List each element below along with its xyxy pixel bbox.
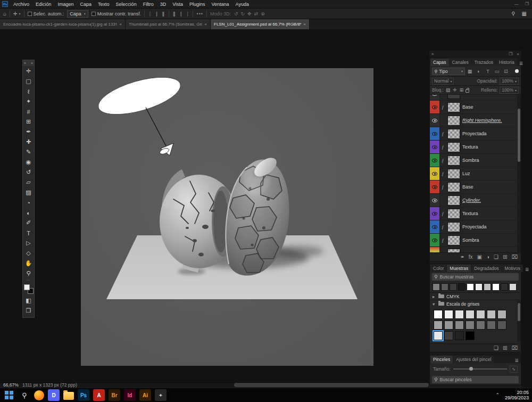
swatch[interactable] bbox=[509, 283, 517, 291]
layer-thumbnail[interactable] bbox=[447, 209, 460, 219]
document-tab[interactable]: Thumbnail.psd al 66,7% (Sombras, Gris/8)… bbox=[126, 19, 211, 29]
filter-type-dropdown[interactable]: ⚲ Tipo ▾ bbox=[432, 68, 465, 75]
tool-button[interactable]: # bbox=[23, 106, 34, 117]
layer-visibility-toggle[interactable] bbox=[430, 95, 440, 100]
swatch[interactable] bbox=[476, 321, 485, 330]
filter-kind-icon[interactable]: ⊡ bbox=[503, 69, 509, 74]
size-slider[interactable] bbox=[453, 368, 507, 370]
swatch[interactable] bbox=[444, 310, 453, 319]
stroke-preview-icon[interactable]: ∿ bbox=[510, 366, 518, 373]
document-tab[interactable]: Encuadre-luca-pisanu-ck1-garden-luca-pis… bbox=[0, 19, 126, 29]
dock-close-icon[interactable]: × bbox=[517, 52, 519, 56]
filter-toggle-icon[interactable] bbox=[515, 69, 519, 73]
tool-button[interactable]: ⚲ bbox=[23, 268, 34, 278]
tool-button[interactable]: ✛ bbox=[23, 66, 34, 76]
layer-name[interactable]: Base bbox=[462, 104, 473, 110]
chevron-icon[interactable]: ▾ bbox=[433, 301, 436, 307]
align-icon[interactable]: ❙ bbox=[155, 11, 159, 17]
layer-name[interactable]: Luz bbox=[462, 171, 470, 176]
panel-tab[interactable]: Motivos bbox=[502, 265, 523, 272]
mode-3d-icon[interactable]: ✥ bbox=[247, 11, 252, 17]
layer-visibility-toggle[interactable] bbox=[430, 247, 440, 252]
layer-row[interactable]: Right Hemisphere. bbox=[430, 114, 521, 127]
layer-thumbnail[interactable] bbox=[447, 249, 460, 253]
layer-thumbnail[interactable] bbox=[447, 129, 460, 139]
panel-action-icon[interactable]: ⌧ bbox=[511, 254, 518, 260]
dock-restore-icon[interactable]: ❐ bbox=[509, 52, 512, 56]
mode-3d-icon[interactable]: ↺ bbox=[234, 11, 238, 17]
tool-button[interactable]: ⊞ bbox=[23, 117, 34, 127]
menu-item[interactable]: Imagen bbox=[55, 2, 77, 7]
layer-visibility-toggle[interactable] bbox=[430, 127, 440, 140]
panel-action-icon[interactable]: ❏ bbox=[494, 254, 498, 260]
tool-button[interactable]: ℓ bbox=[23, 86, 34, 96]
panel-action-icon[interactable]: ◑ bbox=[486, 254, 489, 260]
swatch[interactable] bbox=[466, 310, 475, 319]
panel-action-icon[interactable]: ⊞ bbox=[503, 254, 507, 260]
layer-visibility-toggle[interactable] bbox=[430, 194, 440, 207]
expand-tools-icon[interactable]: » bbox=[24, 61, 26, 65]
tool-button[interactable]: ✦ bbox=[23, 96, 34, 106]
menu-item[interactable]: Ayuda bbox=[232, 2, 252, 7]
chevron-icon[interactable]: ▸ bbox=[433, 294, 436, 299]
filter-kind-icon[interactable]: T bbox=[485, 69, 491, 74]
current-tool-icon[interactable]: ✛▾ bbox=[13, 11, 21, 17]
swatch[interactable] bbox=[434, 310, 443, 319]
layers-scrollbar[interactable] bbox=[517, 95, 521, 252]
fill-value[interactable]: 100%▾ bbox=[500, 87, 519, 94]
brush-search[interactable]: ⚲ bbox=[432, 376, 519, 383]
tab-close-icon[interactable]: × bbox=[303, 22, 306, 27]
taskbar-icon[interactable]: Ai bbox=[139, 389, 151, 401]
tool-button[interactable]: ↺ bbox=[23, 167, 34, 177]
swatch[interactable] bbox=[497, 310, 506, 319]
close-tools-icon[interactable]: × bbox=[31, 61, 33, 65]
align-icon[interactable]: ❚ bbox=[161, 11, 165, 17]
tool-button[interactable]: ✋ bbox=[23, 258, 34, 268]
tool-button[interactable]: ▷ bbox=[23, 238, 34, 248]
tray-chevron-icon[interactable]: ⌃ bbox=[495, 392, 500, 398]
tab-close-icon[interactable]: × bbox=[119, 22, 122, 27]
horizontal-scrollbar[interactable] bbox=[234, 383, 429, 387]
taskbar-icon[interactable]: Id bbox=[124, 389, 136, 401]
layer-thumbnail[interactable] bbox=[447, 116, 460, 126]
document-tab[interactable]: FLSN_L01_Assignment.psd al 66,7% (RGB/8*… bbox=[211, 19, 310, 29]
layer-visibility-toggle[interactable] bbox=[430, 101, 440, 113]
panel-tab[interactable]: Historia bbox=[496, 59, 517, 66]
layer-thumbnail[interactable] bbox=[447, 155, 460, 166]
document-canvas[interactable] bbox=[81, 68, 373, 366]
layer-visibility-toggle[interactable] bbox=[430, 220, 440, 233]
layer-visibility-toggle[interactable] bbox=[430, 181, 440, 193]
panel-action-icon[interactable]: ⚭ bbox=[460, 254, 464, 260]
panel-tab[interactable]: Pinceles bbox=[430, 356, 453, 363]
layer-name[interactable]: Proyectada bbox=[462, 131, 487, 136]
taskbar-icon[interactable]: ✦ bbox=[155, 389, 167, 401]
swatch[interactable] bbox=[455, 331, 464, 340]
tool-button[interactable]: ◉ bbox=[23, 157, 34, 167]
panel-tab[interactable]: Capas bbox=[430, 59, 449, 66]
tool-button[interactable]: ✐ bbox=[23, 218, 34, 228]
filter-kind-icon[interactable]: ▭ bbox=[494, 69, 500, 74]
swatch[interactable] bbox=[497, 321, 506, 330]
layer-row[interactable]: Cylinder. bbox=[430, 194, 521, 207]
swatch[interactable] bbox=[466, 321, 475, 330]
swatch[interactable] bbox=[467, 283, 474, 291]
swatch[interactable] bbox=[476, 310, 485, 319]
align-icon[interactable]: ❘ bbox=[148, 11, 152, 17]
panel-action-icon[interactable]: fx bbox=[469, 254, 473, 260]
tool-button[interactable]: ✒ bbox=[23, 127, 34, 137]
layer-visibility-toggle[interactable] bbox=[430, 167, 440, 180]
tool-button[interactable]: ◇ bbox=[23, 248, 34, 258]
layer-row[interactable]: f Textura bbox=[430, 141, 521, 154]
tool-button[interactable]: ▢ bbox=[23, 76, 34, 86]
panel-action-icon[interactable]: ❏ bbox=[494, 345, 498, 351]
menu-item[interactable]: 3D bbox=[157, 2, 170, 7]
swatch[interactable] bbox=[434, 331, 443, 340]
tool-button[interactable]: ✎ bbox=[23, 147, 34, 157]
layer-visibility-toggle[interactable] bbox=[430, 114, 440, 127]
swatch-search-input[interactable] bbox=[440, 274, 517, 280]
collapse-panels-icon[interactable]: » bbox=[431, 52, 434, 56]
layer-name[interactable]: Textura bbox=[462, 144, 478, 150]
swatch-group-row[interactable]: ▸ CMYK bbox=[430, 292, 521, 300]
layer-name[interactable]: Sombra bbox=[462, 237, 479, 243]
layer-visibility-toggle[interactable] bbox=[430, 141, 440, 153]
